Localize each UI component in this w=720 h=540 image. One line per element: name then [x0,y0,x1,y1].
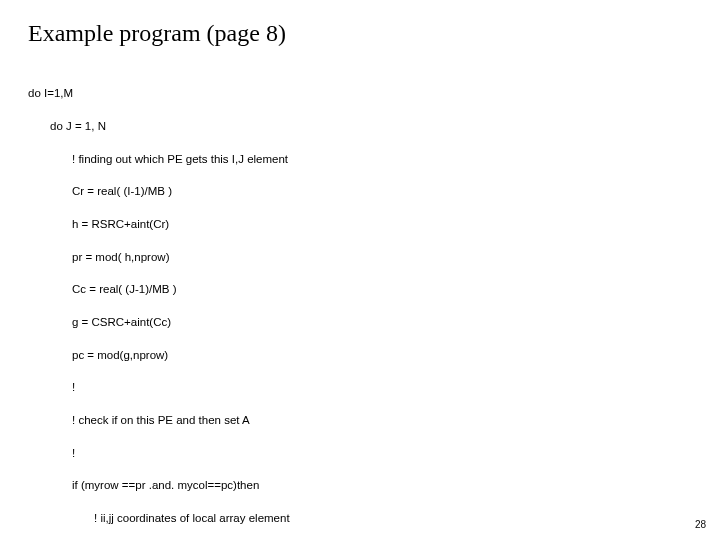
slide: Example program (page 8) do I=1,M do J =… [0,0,720,540]
code-line: pc = mod(g,nprow) [28,347,692,363]
code-line: ! finding out which PE gets this I,J ele… [28,151,692,167]
code-line: ! check if on this PE and then set A [28,412,692,428]
code-line: g = CSRC+aint(Cc) [28,314,692,330]
code-line: Cr = real( (I-1)/MB ) [28,183,692,199]
code-line: ! [28,445,692,461]
code-line: h = RSRC+aint(Cr) [28,216,692,232]
code-line: ! [28,379,692,395]
code-line: do J = 1, N [28,118,692,134]
code-line: if (myrow ==pr .and. mycol==pc)then [28,477,692,493]
code-line: pr = mod( h,nprow) [28,249,692,265]
code-line: Cc = real( (J-1)/MB ) [28,281,692,297]
code-line: ! ii,jj coordinates of local array eleme… [28,510,692,526]
page-title: Example program (page 8) [28,20,692,47]
code-line: do I=1,M [28,85,692,101]
code-block: do I=1,M do J = 1, N ! finding out which… [28,69,692,540]
page-number: 28 [695,519,706,530]
